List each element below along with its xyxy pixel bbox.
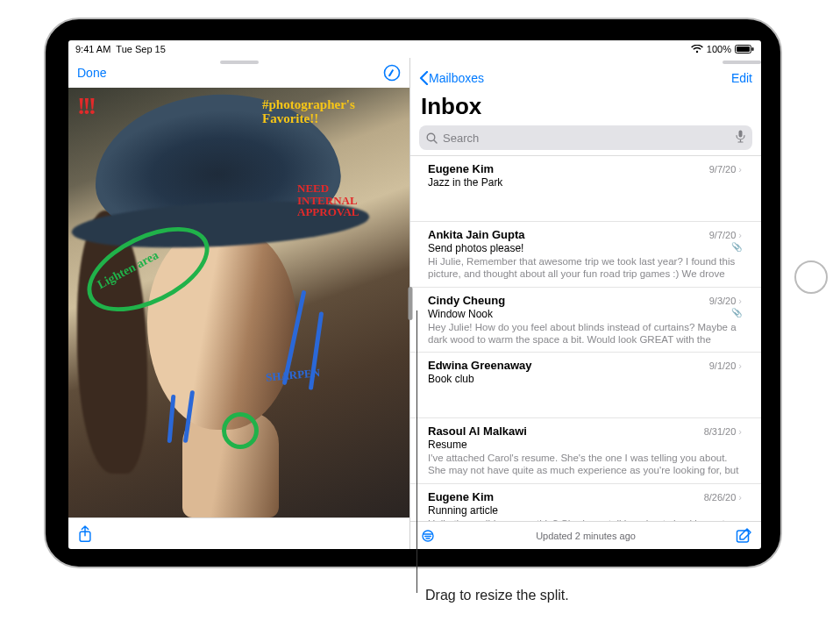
attachment-icon: 📎 [731, 308, 742, 317]
split-resize-handle[interactable] [409, 287, 413, 320]
mail-nav-bar: Mailboxes Edit [410, 63, 761, 93]
screen: 9:41 AM Tue Sep 15 100% Done [68, 40, 761, 549]
mail-row[interactable]: Rasoul Al Malkawi 8/31/20› Resume I've a… [410, 418, 761, 484]
home-button[interactable] [794, 260, 828, 294]
mail-sender: Rasoul Al Malkawi [428, 424, 527, 438]
mail-pane: Mailboxes Edit Inbox Search Eugene Kim [410, 58, 761, 549]
mail-subject: Running article [428, 504, 742, 517]
multitask-pill[interactable] [723, 61, 761, 64]
chevron-right-icon: › [738, 296, 742, 306]
mail-row[interactable]: Ankita Jain Gupta 9/7/20› Send photos pl… [410, 222, 761, 288]
mail-sender: Eugene Kim [428, 490, 494, 503]
markup-bottom-toolbar [68, 517, 409, 549]
annotation-exclaim: !!! [77, 92, 94, 120]
mail-subject: Resume [428, 439, 742, 451]
mail-preview: Hi Julie, Remember that awesome trip we … [428, 255, 742, 281]
mail-preview: Hey Julie! How do you feel about blinds … [428, 321, 742, 346]
dictate-icon[interactable] [736, 130, 745, 146]
chevron-left-icon [419, 71, 429, 85]
mail-date: 8/31/20› [704, 426, 742, 437]
search-icon [426, 132, 438, 144]
annotation-blue-stroke [167, 395, 176, 443]
search-field[interactable]: Search [419, 125, 752, 150]
mail-subject: Jazz in the Park [428, 176, 742, 189]
svg-rect-2 [752, 47, 754, 51]
mail-row[interactable]: Cindy Cheung 9/3/20› Window Nook 📎 Hey J… [410, 288, 761, 353]
mail-preview: I've attached Carol's resume. She's the … [428, 452, 742, 477]
split-view: Done !!! #photographer's Favorite!! NEED… [68, 58, 761, 549]
updated-label: Updated 2 minutes ago [437, 531, 735, 541]
share-button[interactable] [77, 525, 93, 543]
mail-row[interactable]: Eugene Kim 9/7/20› Jazz in the Park [410, 156, 761, 222]
mail-sender: Eugene Kim [428, 162, 494, 175]
callout-leader-line [416, 310, 417, 593]
chevron-right-icon: › [738, 230, 742, 240]
mail-date: 9/1/20› [709, 360, 742, 371]
status-date: Tue Sep 15 [116, 44, 165, 54]
photo-canvas[interactable]: !!! #photographer's Favorite!! NEED INTE… [68, 88, 409, 517]
battery-percent: 100% [707, 44, 731, 54]
inbox-title: Inbox [410, 93, 761, 125]
mail-subject: Window Nook 📎 [428, 308, 742, 320]
mail-row[interactable]: Eugene Kim 8/26/20› Running article Hell… [410, 484, 761, 521]
multitask-pill[interactable] [220, 61, 259, 64]
back-label: Mailboxes [429, 71, 484, 85]
chevron-right-icon: › [738, 164, 742, 175]
mail-date: 9/7/20› [709, 230, 742, 240]
mail-date: 9/3/20› [709, 296, 742, 306]
callout-text: Drag to resize the split. [425, 588, 569, 603]
mail-sender: Cindy Cheung [428, 294, 505, 307]
chevron-right-icon: › [738, 492, 742, 503]
chevron-right-icon: › [738, 426, 742, 437]
search-placeholder: Search [443, 132, 479, 145]
edit-button[interactable]: Edit [731, 71, 752, 85]
mail-date: 8/26/20› [704, 492, 742, 503]
annotation-green-circle [222, 412, 259, 449]
status-bar: 9:41 AM Tue Sep 15 100% [68, 40, 761, 58]
mail-list[interactable]: Eugene Kim 9/7/20› Jazz in the Park Anki… [410, 155, 761, 521]
mail-date: 9/7/20› [709, 164, 742, 175]
mail-bottom-toolbar: Updated 2 minutes ago [410, 521, 761, 549]
mail-subject: Book club [428, 373, 742, 385]
mail-sender: Ankita Jain Gupta [428, 228, 525, 241]
annotation-favorite: #photographer's Favorite!! [262, 98, 394, 126]
annotation-need-approval: NEED INTERNAL APPROVAL [297, 182, 385, 218]
done-button[interactable]: Done [77, 66, 106, 80]
markup-tools-button[interactable] [383, 64, 401, 82]
mail-row[interactable]: Edwina Greenaway 9/1/20› Book club [410, 353, 761, 418]
svg-rect-1 [737, 46, 750, 52]
mail-sender: Edwina Greenaway [428, 359, 532, 372]
svg-rect-6 [739, 131, 743, 138]
battery-icon [735, 45, 754, 54]
mail-preview [428, 189, 742, 215]
mail-preview [428, 386, 742, 411]
mail-preview: Hello there, did you see this? Chad was … [428, 517, 742, 521]
ipad-frame: 9:41 AM Tue Sep 15 100% Done [44, 18, 782, 568]
wifi-icon [691, 45, 703, 54]
mail-subject: Send photos please! 📎 [428, 242, 742, 254]
markup-pane: Done !!! #photographer's Favorite!! NEED… [68, 58, 410, 549]
attachment-icon: 📎 [731, 242, 742, 252]
compose-button[interactable] [735, 527, 752, 545]
chevron-right-icon: › [738, 360, 742, 371]
mailboxes-back-button[interactable]: Mailboxes [419, 71, 484, 85]
status-time: 9:41 AM [75, 44, 110, 54]
filter-button[interactable] [419, 530, 437, 542]
